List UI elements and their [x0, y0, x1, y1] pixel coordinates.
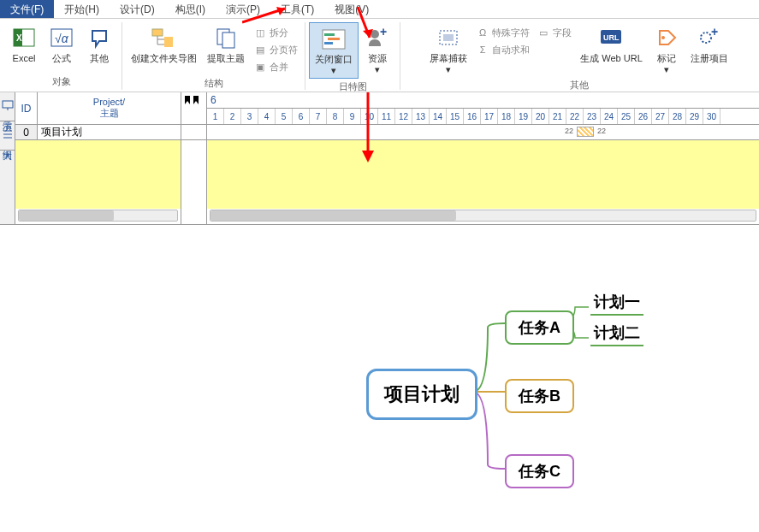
- structure-group-label: 结构: [205, 75, 223, 92]
- special-char-button[interactable]: Ω特殊字符: [472, 25, 533, 40]
- day-cell: 13: [412, 109, 430, 124]
- side-tabs: 演示 大纲: [0, 92, 15, 224]
- day-cell: 19: [515, 109, 532, 124]
- mindmap-task-c[interactable]: 任务C: [505, 454, 574, 488]
- gantt-row-0[interactable]: 0 项目计划 22 22: [15, 125, 759, 140]
- excel-button[interactable]: X Excel: [5, 22, 43, 74]
- svg-text:+: +: [380, 26, 387, 38]
- split-label: 拆分: [270, 27, 288, 39]
- other-group-label: 其他: [570, 77, 589, 93]
- menu-design[interactable]: 设计(D): [110, 0, 165, 18]
- topic-header-2: 主题: [100, 107, 119, 120]
- svg-rect-16: [324, 42, 333, 44]
- day-cell: 25: [618, 109, 635, 124]
- menu-start[interactable]: 开始(H): [54, 0, 110, 18]
- formula-label: 公式: [52, 53, 71, 64]
- register-button[interactable]: + 注册项目: [685, 22, 733, 77]
- day-cell: 18: [498, 109, 515, 124]
- sigma-icon: Σ: [476, 43, 489, 56]
- excel-icon: X: [10, 24, 38, 51]
- id-header[interactable]: ID: [15, 92, 38, 124]
- resource-label: 资源▾: [368, 53, 387, 75]
- gantt-content: ID Project/ 主题 6 12345678910111213141516…: [15, 92, 759, 224]
- task-bar[interactable]: [577, 127, 594, 137]
- day-cell: 1: [207, 109, 224, 124]
- excel-label: Excel: [13, 53, 36, 64]
- create-folder-button[interactable]: 创建文件夹导图: [126, 22, 202, 75]
- day-cell: 28: [669, 109, 686, 124]
- extract-topic-button[interactable]: 提取主题: [202, 22, 250, 75]
- row0-id: 0: [15, 125, 38, 139]
- day-cell: 23: [584, 109, 601, 124]
- day-cell: 12: [395, 109, 412, 124]
- scrollbars: [15, 209, 759, 224]
- web-url-button[interactable]: URL 生成 Web URL: [575, 22, 648, 77]
- svg-rect-10: [164, 42, 173, 47]
- extract-icon: [212, 24, 240, 51]
- mindmap-task-a[interactable]: 任务A: [505, 310, 574, 345]
- other-label: 其他: [90, 53, 109, 64]
- day-cell: 15: [447, 109, 464, 124]
- right-scrollbar[interactable]: [210, 210, 756, 222]
- day-cell: 5: [276, 109, 293, 124]
- ribbon-group-object: X Excel √α 公式 其他 对象: [2, 22, 122, 90]
- extract-topic-label: 提取主题: [207, 53, 245, 64]
- gantt-header: ID Project/ 主题 6 12345678910111213141516…: [15, 92, 759, 125]
- menu-file[interactable]: 文件(F): [0, 0, 54, 18]
- merge-button[interactable]: ▣合并: [250, 59, 301, 74]
- outline-icon: [2, 128, 14, 140]
- month-label: 6: [207, 92, 759, 109]
- mindmap-root[interactable]: 项目计划: [366, 369, 477, 420]
- create-folder-label: 创建文件夹导图: [131, 53, 197, 64]
- side-tab-outline[interactable]: 大纲: [0, 121, 15, 151]
- side-tab-present[interactable]: 演示: [0, 92, 15, 121]
- menu-idea[interactable]: 构思(I): [165, 0, 216, 18]
- arrow-to-tools: [242, 2, 362, 27]
- timeline-header: 6 12345678910111213141516171819202122232…: [207, 92, 759, 124]
- topic-header[interactable]: Project/ 主题: [38, 92, 181, 124]
- day-cell: 14: [430, 109, 447, 124]
- page-break-button[interactable]: ▤分页符: [250, 42, 301, 57]
- day-cell: 6: [293, 109, 310, 124]
- other-button[interactable]: 其他: [80, 22, 118, 74]
- mindmap: 项目计划 任务A 任务B 任务C 计划一 计划二: [0, 259, 759, 532]
- svg-rect-15: [328, 38, 340, 40]
- mindmap-plan1[interactable]: 计划一: [590, 292, 643, 316]
- field-icon: ▭: [537, 26, 550, 39]
- arrow-down: [358, 92, 383, 168]
- marker-header: [181, 92, 207, 124]
- row0-timeline: 22 22: [207, 125, 759, 139]
- capture-label: 屏幕捕获▾: [430, 53, 467, 75]
- svg-rect-8: [164, 37, 173, 42]
- day-cell: 20: [532, 109, 549, 124]
- svg-rect-32: [3, 101, 13, 108]
- close-window-button[interactable]: 关闭窗口▾: [309, 22, 359, 79]
- row0-marker: [181, 125, 207, 139]
- register-label: 注册项目: [691, 53, 728, 64]
- day-cell: 27: [652, 109, 669, 124]
- special-char-label: 特殊字符: [492, 27, 530, 39]
- split-icon: ◫: [253, 26, 267, 39]
- omega-icon: Ω: [476, 26, 489, 39]
- autosum-button[interactable]: Σ自动求和: [472, 42, 533, 57]
- mark-button[interactable]: 标记▾: [648, 22, 685, 77]
- field-button[interactable]: ▭字段: [533, 25, 575, 40]
- svg-text:X: X: [16, 33, 22, 43]
- svg-point-24: [701, 33, 711, 43]
- screen-capture-button[interactable]: 屏幕捕获▾: [424, 22, 472, 77]
- field-label: 字段: [553, 27, 572, 39]
- gantt-empty-area: [15, 140, 759, 209]
- day-cell: 16: [464, 109, 481, 124]
- svg-marker-37: [185, 96, 190, 104]
- day-cell: 2: [224, 109, 241, 124]
- day-cell: 7: [310, 109, 327, 124]
- left-scrollbar[interactable]: [18, 210, 178, 222]
- day-cell: 4: [258, 109, 276, 124]
- mindmap-task-b[interactable]: 任务B: [505, 379, 574, 413]
- day-cell: 3: [241, 109, 258, 124]
- folder-tree-icon: [151, 24, 178, 51]
- svg-text:+: +: [711, 26, 718, 38]
- svg-rect-20: [443, 34, 454, 41]
- mindmap-plan2[interactable]: 计划二: [590, 322, 643, 346]
- formula-button[interactable]: √α 公式: [43, 22, 80, 74]
